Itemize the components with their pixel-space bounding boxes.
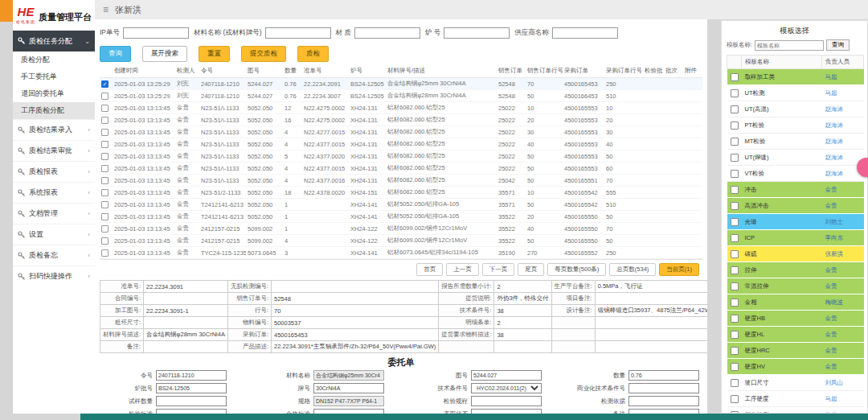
pager-每页数量(500条)[interactable]: 每页数量(500条)	[547, 263, 606, 276]
order-no-link[interactable]: T2412141-6213	[199, 211, 246, 223]
table-row[interactable]: 2025-01-03 13:13:45金贵2412157-02155099.00…	[100, 223, 702, 235]
scroll-gutter[interactable]	[707, 19, 721, 414]
template-checkbox[interactable]	[731, 202, 739, 210]
sidebar-item-设置[interactable]: 设置‹	[13, 224, 95, 245]
order-no-link[interactable]: N23-51/2-1133	[199, 187, 246, 199]
template-owner-link[interactable]: 赵海涛	[822, 117, 864, 134]
order-no-link[interactable]: TYC24-115-1235	[199, 247, 246, 259]
template-checkbox[interactable]	[731, 170, 739, 178]
pager-下一页[interactable]: 下一页	[482, 263, 515, 276]
sidebar-item-质检结果录入[interactable]: 质检结果录入‹	[13, 119, 95, 140]
sidebar-item-质检备忘[interactable]: 质检备忘‹	[13, 245, 95, 266]
template-checkbox[interactable]	[731, 73, 739, 81]
sidebar-item-扫码快捷操作[interactable]: 扫码快捷操作‹	[13, 266, 95, 286]
template-checkbox[interactable]	[731, 363, 739, 371]
template-row[interactable]: 工序硬度马超	[727, 391, 864, 407]
row-checkbox[interactable]	[101, 129, 108, 136]
template-checkbox[interactable]	[731, 250, 739, 258]
form-select-技术条件号[interactable]: HYC02.2024.011(2)	[471, 383, 542, 393]
template-owner-link[interactable]: 金贵	[822, 311, 864, 327]
row-checkbox[interactable]	[101, 237, 108, 245]
row-checkbox[interactable]	[101, 213, 108, 220]
template-row[interactable]: 冲击金贵	[727, 182, 864, 198]
sidebar-item-质检报表[interactable]: 质检报表‹	[13, 161, 95, 182]
order-no-link[interactable]: 2412157-0215	[199, 223, 246, 235]
template-owner-link[interactable]: 赵海涛	[822, 101, 864, 117]
template-owner-link[interactable]: 张新洪	[822, 246, 864, 262]
template-checkbox[interactable]	[731, 121, 739, 130]
pager-首页[interactable]: 首页	[416, 263, 443, 276]
template-owner-link[interactable]: 马超	[822, 391, 864, 407]
template-row[interactable]: PT检验赵海涛	[727, 117, 864, 134]
pager-尾页[interactable]: 尾页	[518, 263, 544, 276]
sidebar-item-退回的委托单[interactable]: 退回的委托单	[13, 85, 95, 102]
form-input-令号[interactable]	[156, 370, 227, 381]
template-checkbox[interactable]	[731, 89, 739, 97]
template-checkbox[interactable]	[731, 138, 739, 146]
template-row[interactable]: 硬度HRC金贵	[727, 343, 864, 359]
template-owner-link[interactable]: 李向东	[822, 230, 864, 246]
order-no-link[interactable]: N23-51/\-1133	[199, 138, 246, 150]
row-checkbox[interactable]	[101, 93, 108, 100]
template-row[interactable]: UT(高温)赵海涛	[727, 101, 864, 117]
template-owner-link[interactable]: 马超	[822, 85, 864, 101]
template-row[interactable]: 硬度HL金贵	[727, 327, 864, 343]
table-row[interactable]: 2025-01-03 13:13:45金贵N23-51/\-11335052.0…	[100, 138, 702, 150]
form-input-图号[interactable]	[471, 370, 542, 381]
template-row[interactable]: VT检验赵海涛	[727, 166, 864, 182]
template-row[interactable]: 常温拉伸金贵	[727, 278, 864, 294]
template-row[interactable]: 碳硫张新洪	[727, 246, 864, 262]
table-row[interactable]: 2025-01-03 13:13:45金贵T2412141-62135052.0…	[100, 211, 702, 223]
form-input-材料名称[interactable]	[313, 370, 384, 381]
panel-search-input[interactable]	[755, 40, 824, 51]
table-row[interactable]: 2025-01-03 13:13:45金贵N23-51/\-11335052.0…	[100, 150, 702, 163]
table-row[interactable]: 2025-01-03 13:13:45金贵2412157-02155099.00…	[100, 235, 702, 247]
template-owner-link[interactable]: 金贵	[822, 278, 864, 294]
search-input-IP单号[interactable]	[123, 27, 189, 39]
row-checkbox[interactable]	[101, 153, 108, 160]
row-checkbox[interactable]	[101, 225, 108, 233]
提交质检-button[interactable]: 提交质检	[241, 46, 286, 62]
template-row[interactable]: 硬度HV金贵	[727, 359, 864, 375]
menu-icon[interactable]: ≡	[103, 4, 108, 15]
sidebar-item-文档管理[interactable]: 文档管理‹	[13, 203, 95, 224]
order-no-link[interactable]: N23-51/\-1133	[199, 102, 246, 114]
row-checkbox[interactable]	[101, 105, 108, 112]
template-owner-link[interactable]: 刘凤山	[822, 375, 864, 391]
table-row[interactable]: 2025-01-03 13:13:45金贵N23-51/\-11335052.0…	[100, 126, 702, 138]
table-row[interactable]: ✓2025-01-03 13:25:29刘宪2407118-12105244.0…	[100, 78, 702, 90]
row-checkbox[interactable]	[101, 177, 108, 184]
order-no-link[interactable]: N23-51/\-1133	[199, 126, 246, 138]
template-row[interactable]: ICP李向东	[727, 230, 864, 246]
template-checkbox[interactable]	[731, 154, 739, 162]
row-checkbox[interactable]	[101, 249, 108, 257]
template-owner-link[interactable]: 金贵	[822, 327, 864, 343]
form-input-试样数量[interactable]	[156, 396, 227, 406]
template-row[interactable]: 取样加工类马超	[727, 69, 864, 85]
template-owner-link[interactable]: 金贵	[822, 182, 864, 198]
form-input-检验规程[interactable]	[471, 396, 542, 406]
template-checkbox[interactable]	[731, 282, 739, 290]
template-row[interactable]: MT检验赵海涛	[727, 134, 864, 150]
template-checkbox[interactable]	[731, 266, 739, 274]
search-input-材 质[interactable]	[354, 27, 420, 39]
order-no-link[interactable]: 2407118-1210	[199, 90, 246, 102]
order-no-link[interactable]: 2412157-0215	[199, 235, 246, 247]
pager-当前页(1)[interactable]: 当前页(1)	[659, 263, 699, 276]
table-row[interactable]: 2025-01-03 13:25:29刘宪2407118-12105244.02…	[100, 90, 702, 102]
sidebar-item-工序质检分配[interactable]: 工序质检分配	[13, 102, 95, 119]
template-checkbox[interactable]	[731, 234, 739, 242]
重置-button[interactable]: 重置	[199, 46, 230, 62]
template-checkbox[interactable]	[731, 105, 739, 113]
template-checkbox[interactable]	[731, 379, 739, 387]
row-checkbox[interactable]	[101, 201, 108, 208]
table-row[interactable]: 2025-01-03 13:13:45金贵N23-51/\-11335052.0…	[100, 102, 702, 114]
search-input-材料名称 (或材料牌号)[interactable]	[265, 27, 331, 39]
template-row[interactable]: 光谱刘艳士	[727, 214, 864, 230]
form-input-规格[interactable]	[313, 396, 384, 406]
table-row[interactable]: 2025-01-03 13:13:45金贵TYC24-115-12355073.…	[100, 247, 702, 259]
template-row[interactable]: 高温冲击金贵	[727, 198, 864, 214]
template-row[interactable]: 坡口尺寸刘凤山	[727, 375, 864, 391]
查询-button[interactable]: 查询	[100, 46, 131, 62]
table-row[interactable]: 2025-01-03 13:13:45金贵N23-51/\-11335052.0…	[100, 163, 702, 175]
